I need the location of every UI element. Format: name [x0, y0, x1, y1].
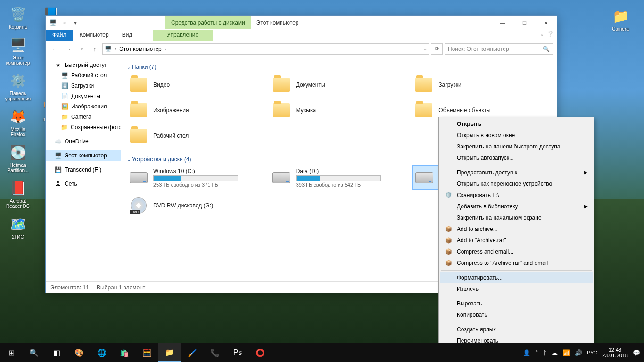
taskbar-calculator-button[interactable]: 🧮 [136, 343, 158, 362]
taskbar-chrome-button[interactable]: ⭕ [249, 343, 272, 362]
nav-quick-item[interactable]: 📁Camera [46, 112, 121, 122]
menu-item-label: Открыть как переносное устройство [457, 181, 552, 187]
context-menu-item[interactable]: Предоставить доступ к▶ [440, 167, 593, 178]
folder-item[interactable]: Музыка [270, 99, 409, 122]
desktop-icon-acrobat[interactable]: 📕Acrobat Reader DC [4, 178, 32, 210]
desktop-icon-recycle-bin[interactable]: 🗑️Корзина [4, 4, 32, 31]
search-input[interactable]: Поиск: Этот компьютер 🔍 [445, 43, 553, 55]
taskbar-explorer-button[interactable]: 📁 [158, 343, 181, 362]
desktop-icon-control-panel[interactable]: ⚙️Панель управления [4, 70, 32, 102]
new-folder-icon[interactable]: ▫️ [59, 17, 69, 28]
titlebar[interactable]: 🖥️ ▫️ ▾ Средства работы с дисками Этот к… [46, 16, 557, 30]
context-menu-item[interactable]: 🛡️Сканировать F:\ [440, 189, 593, 201]
taskbar-taskview-button[interactable]: ◧ [45, 343, 68, 362]
ribbon-collapse-icon[interactable]: ⌄ [540, 31, 544, 37]
taskbar-search-button[interactable]: 🔍 [23, 343, 45, 362]
drive-item[interactable]: Data (D:)393 ГБ свободно из 542 ГБ [270, 165, 409, 190]
context-menu-item[interactable]: Открыть [440, 118, 593, 130]
nav-forward-button[interactable]: → [63, 43, 74, 55]
folder-label: Музыка [296, 107, 316, 114]
nav-network[interactable]: 🖧Сеть [46, 179, 121, 189]
submenu-arrow-icon: ▶ [584, 204, 588, 209]
refresh-button[interactable]: ⟳ [431, 43, 443, 55]
drive-free-text: 253 ГБ свободно из 371 ГБ [153, 182, 264, 188]
taskbar-photoshop-button[interactable]: Ps [226, 343, 249, 362]
folder-item[interactable]: Документы [270, 73, 409, 97]
context-menu-item[interactable]: 📦Compress and email... [440, 246, 593, 257]
nav-quick-item[interactable]: 📄Документы [46, 91, 121, 101]
folder-label: Документы [296, 82, 325, 88]
tray-volume-icon[interactable]: 🔊 [575, 349, 582, 356]
taskbar-edge-button[interactable]: 🌐 [91, 343, 113, 362]
properties-icon[interactable]: 🖥️ [48, 17, 58, 28]
ribbon-tab-file[interactable]: Файл [46, 30, 73, 41]
tray-bluetooth-icon[interactable]: ᛒ [543, 349, 547, 356]
taskbar-skype-button[interactable]: 📞 [204, 343, 226, 362]
address-input[interactable]: 🖥️ › Этот компьютер › ⌄ [102, 43, 429, 55]
desktop-icon-this-pc[interactable]: 🖥️Этот компьютер [4, 34, 32, 66]
context-menu-item[interactable]: Закрепить на начальном экране [440, 212, 593, 223]
context-menu-item[interactable]: Создать ярлык [440, 324, 593, 335]
tray-network-icon[interactable]: 📶 [562, 349, 570, 356]
folder-item[interactable]: Рабочий стол [127, 124, 266, 148]
context-menu-item[interactable]: 📦Add to "Archive.rar" [440, 235, 593, 246]
context-menu-item[interactable]: 📦Compress to "Archive.rar" and email [440, 257, 593, 269]
submenu-arrow-icon: ▶ [584, 170, 588, 175]
nav-up-button[interactable]: ↑ [89, 43, 100, 55]
folder-item[interactable]: Загрузки [412, 73, 551, 97]
context-menu-item[interactable]: Извлечь [440, 283, 593, 295]
nav-label: Этот компьютер [65, 152, 107, 159]
desktop-icon-firefox[interactable]: 🦊Mozilla Firefox [4, 106, 32, 138]
ribbon-tab-view[interactable]: Вид [116, 30, 139, 41]
desktop-icon-2gis[interactable]: 🗺️2ГИС [4, 214, 32, 240]
taskbar-store-button[interactable]: 🛍️ [113, 343, 136, 362]
nav-transcend[interactable]: 💾Transcend (F:) [46, 165, 121, 175]
context-menu-item[interactable]: Открыть как переносное устройство [440, 178, 593, 189]
folder-item[interactable]: Изображения [127, 99, 266, 122]
nav-this-pc[interactable]: 🖥️Этот компьютер [46, 150, 121, 161]
maximize-button[interactable]: ☐ [513, 16, 535, 30]
context-menu-item[interactable]: Закрепить на панели быстрого доступа [440, 141, 593, 152]
drive-item[interactable]: DVDDVD RW дисковод (G:) [127, 194, 266, 217]
app-icon: ⚙️ [8, 71, 27, 90]
folders-section-header[interactable]: Папки (7) [127, 61, 551, 73]
app-icon: 📕 [8, 179, 27, 197]
folder-icon [129, 100, 149, 120]
tray-people-icon[interactable]: 👤 [523, 349, 530, 356]
folder-item[interactable]: Видео [127, 73, 266, 97]
ribbon-tab-manage[interactable]: Управление [153, 30, 213, 41]
nav-back-button[interactable]: ← [50, 43, 61, 55]
taskbar-paint-button[interactable]: 🖌️ [181, 343, 204, 362]
nav-recent-dropdown[interactable]: ▾ [76, 43, 87, 55]
tray-up-icon[interactable]: ˄ [535, 349, 538, 356]
breadcrumb-root[interactable]: Этот компьютер [119, 46, 162, 52]
tray-language[interactable]: РУС [587, 350, 597, 355]
tray-notifications-icon[interactable]: 💬 [633, 349, 640, 356]
taskbar-palette-button[interactable]: 🎨 [68, 343, 91, 362]
context-menu-item[interactable]: Открыть автозапуск... [440, 152, 593, 164]
context-menu-item[interactable]: Вырезать [440, 298, 593, 309]
nav-quick-item[interactable]: ⬇️Загрузки [46, 81, 121, 91]
address-dropdown-icon[interactable]: ⌄ [423, 46, 427, 51]
nav-onedrive[interactable]: ☁️OneDrive [46, 136, 121, 147]
context-menu-item[interactable]: Открыть в новом окне [440, 130, 593, 141]
nav-quick-access[interactable]: ★Быстрый доступ [46, 60, 121, 70]
nav-quick-item[interactable]: 🖥️Рабочий стол [46, 70, 121, 81]
tray-onedrive-icon[interactable]: ☁ [552, 349, 558, 356]
qat-dropdown-icon[interactable]: ▾ [70, 17, 81, 28]
context-menu-item[interactable]: Копировать [440, 309, 593, 321]
drive-item[interactable]: Windows 10 (C:)253 ГБ свободно из 371 ГБ [127, 165, 266, 190]
close-button[interactable]: ✕ [535, 16, 557, 30]
desktop-icon-hetman[interactable]: 💽Hetman Partition... [4, 142, 32, 174]
help-icon[interactable]: ❔ [547, 31, 554, 37]
taskbar-start-button[interactable]: ⊞ [0, 343, 23, 362]
nav-quick-item[interactable]: 🖼️Изображения [46, 101, 121, 112]
tray-clock[interactable]: 12:43 23.01.2018 [602, 347, 628, 358]
context-menu-item[interactable]: 📦Add to archive... [440, 223, 593, 235]
context-menu-item[interactable]: Добавить в библиотеку▶ [440, 201, 593, 212]
ribbon-tab-computer[interactable]: Компьютер [73, 30, 116, 41]
context-menu-item[interactable]: Форматировать... [440, 272, 593, 283]
nav-quick-item[interactable]: 📁Сохраненные фото [46, 122, 121, 132]
camera-folder-icon[interactable]: 📁 Camera [606, 6, 635, 33]
minimize-button[interactable]: — [492, 16, 513, 30]
